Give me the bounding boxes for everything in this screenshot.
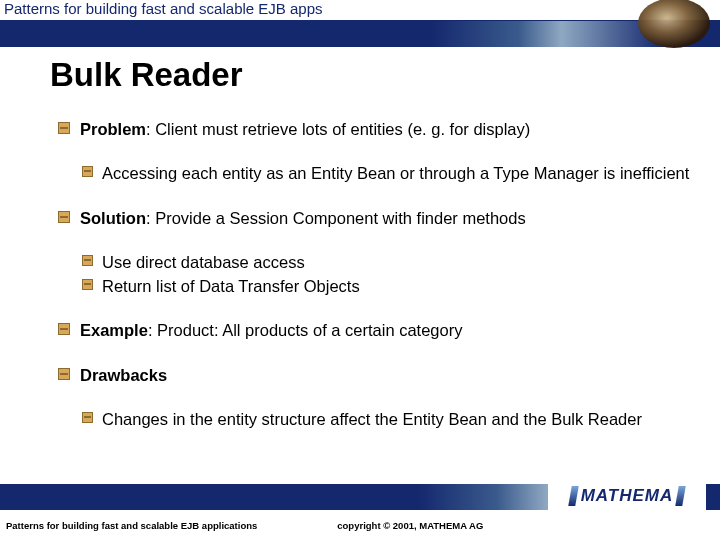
- bullet-level1: Example: Product: All products of a cert…: [50, 319, 690, 341]
- bullet-level1: Drawbacks: [50, 364, 690, 386]
- bullet-label-bold: Drawbacks: [80, 366, 167, 384]
- bullet-label-rest: : Product: All products of a certain cat…: [148, 321, 463, 339]
- slide-header: Patterns for building fast and scalable …: [0, 0, 720, 48]
- bullet-label-bold: Solution: [80, 209, 146, 227]
- footer-copyright: copyright © 2001, MATHEMA AG: [257, 520, 483, 531]
- logo-bar-icon: [568, 486, 579, 506]
- mathema-logo: MATHEMA: [548, 478, 706, 514]
- slide-footer: Patterns for building fast and scalable …: [0, 510, 720, 540]
- logo-bar-icon: [676, 486, 687, 506]
- footer-left-text: Patterns for building fast and scalable …: [0, 520, 257, 531]
- bullet-level2: Changes in the entity structure affect t…: [50, 408, 690, 430]
- bullet-list: Problem: Client must retrieve lots of en…: [50, 118, 690, 430]
- logo-text: MATHEMA: [581, 486, 674, 506]
- slide-content: Bulk Reader Problem: Client must retriev…: [50, 56, 690, 452]
- slide-title: Bulk Reader: [50, 56, 690, 94]
- bullet-label-rest: : Provide a Session Component with finde…: [146, 209, 526, 227]
- bullet-label-bold: Example: [80, 321, 148, 339]
- bullet-level2: Use direct database access: [50, 251, 690, 273]
- bullet-label-bold: Problem: [80, 120, 146, 138]
- bullet-level2: Accessing each entity as an Entity Bean …: [50, 162, 690, 184]
- header-title: Patterns for building fast and scalable …: [4, 0, 323, 17]
- bullet-level1: Problem: Client must retrieve lots of en…: [50, 118, 690, 140]
- bullet-label-rest: : Client must retrieve lots of entities …: [146, 120, 530, 138]
- bullet-level1: Solution: Provide a Session Component wi…: [50, 207, 690, 229]
- coffee-cup-image: [638, 0, 710, 48]
- header-stripe: [0, 21, 720, 47]
- bullet-level2: Return list of Data Transfer Objects: [50, 275, 690, 297]
